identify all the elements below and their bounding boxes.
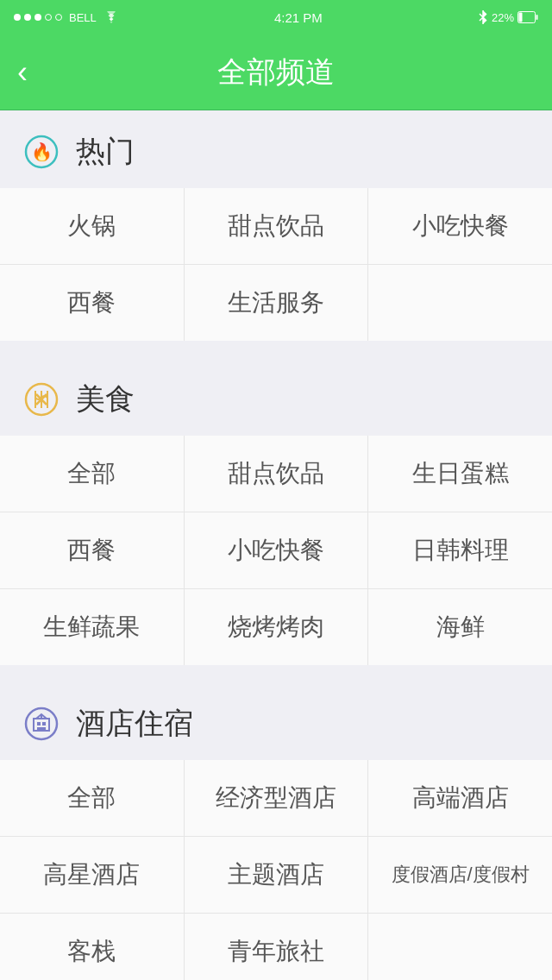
hot-row-2: 西餐 生活服务: [0, 265, 552, 341]
section-hot: 🔥 热门 火锅 甜点饮品 小吃快餐 西餐 生活服务: [0, 110, 552, 341]
section-hotel: 酒店住宿 全部 经济型酒店 高端酒店 高星酒店 主题酒店 度假酒店/度假村 客栈…: [0, 682, 552, 980]
food-row-2: 西餐 小吃快餐 日韩料理: [0, 512, 552, 589]
signal-dot-1: [14, 14, 21, 21]
hotel-row-2: 高星酒店 主题酒店 度假酒店/度假村: [0, 837, 552, 914]
svg-rect-1: [536, 15, 538, 20]
food-cell-cake[interactable]: 生日蛋糕: [368, 436, 552, 512]
sep-2: [0, 665, 552, 682]
status-time: 4:21 PM: [274, 10, 323, 25]
signal-dot-5: [55, 14, 62, 21]
food-cell-shengxian[interactable]: 生鲜蔬果: [0, 589, 185, 665]
hotel-cell-theme[interactable]: 主题酒店: [185, 837, 369, 913]
hotel-cell-all[interactable]: 全部: [0, 760, 185, 836]
food-cell-xican[interactable]: 西餐: [0, 512, 185, 588]
section-food: 美食 全部 甜点饮品 生日蛋糕 西餐 小吃快餐 日韩料理 生鲜蔬果 烧烤烤肉 海…: [0, 358, 552, 665]
food-cell-tiandian[interactable]: 甜点饮品: [185, 436, 369, 512]
battery-percent: 22%: [492, 11, 514, 24]
content-area: 🔥 热门 火锅 甜点饮品 小吃快餐 西餐 生活服务: [0, 110, 552, 980]
hotel-icon: [21, 703, 62, 744]
hot-row-1: 火锅 甜点饮品 小吃快餐: [0, 188, 552, 265]
food-cell-haixian[interactable]: 海鲜: [368, 589, 552, 665]
section-hot-header: 🔥 热门: [0, 131, 552, 188]
food-icon: [21, 379, 62, 420]
hotel-cell-economy[interactable]: 经济型酒店: [185, 760, 369, 836]
nav-title: 全部频道: [217, 53, 335, 92]
hotel-cell-kezhan[interactable]: 客栈: [0, 914, 185, 980]
wifi-icon: [104, 11, 119, 23]
hot-cell-xican[interactable]: 西餐: [0, 265, 185, 341]
food-cell-xiaochi[interactable]: 小吃快餐: [185, 512, 369, 588]
carrier-label: BELL: [69, 11, 97, 24]
hot-cell-tiandian[interactable]: 甜点饮品: [185, 188, 369, 264]
section-hotel-title: 酒店住宿: [76, 704, 193, 744]
signal-dot-2: [24, 14, 31, 21]
svg-rect-2: [519, 13, 523, 22]
svg-point-11: [26, 708, 57, 739]
hotel-row-3: 客栈 青年旅社: [0, 914, 552, 980]
hot-cell-huoguo[interactable]: 火锅: [0, 188, 185, 264]
hotel-cell-resort[interactable]: 度假酒店/度假村: [368, 837, 552, 913]
hot-cell-empty: [368, 265, 552, 341]
food-cell-rihan[interactable]: 日韩料理: [368, 512, 552, 588]
svg-rect-14: [42, 722, 46, 726]
signal-dot-3: [34, 14, 41, 21]
back-button[interactable]: ‹: [17, 54, 28, 91]
section-food-header: 美食: [0, 379, 552, 436]
signal-dot-4: [45, 14, 52, 21]
hotel-cell-star[interactable]: 高星酒店: [0, 837, 185, 913]
svg-rect-13: [37, 722, 41, 726]
hot-grid: 火锅 甜点饮品 小吃快餐 西餐 生活服务: [0, 188, 552, 341]
hotel-cell-luxury[interactable]: 高端酒店: [368, 760, 552, 836]
hotel-cell-youth[interactable]: 青年旅社: [185, 914, 369, 980]
bluetooth-icon: [478, 9, 488, 25]
food-row-1: 全部 甜点饮品 生日蛋糕: [0, 436, 552, 512]
food-cell-all[interactable]: 全部: [0, 436, 185, 512]
section-hot-title: 热门: [76, 132, 135, 172]
svg-text:🔥: 🔥: [31, 141, 53, 162]
food-row-3: 生鲜蔬果 烧烤烤肉 海鲜: [0, 589, 552, 665]
sep-1: [0, 341, 552, 358]
status-right: 22%: [478, 9, 538, 25]
food-grid: 全部 甜点饮品 生日蛋糕 西餐 小吃快餐 日韩料理 生鲜蔬果 烧烤烤肉 海鲜: [0, 436, 552, 665]
hot-cell-xiaochi[interactable]: 小吃快餐: [368, 188, 552, 264]
status-bar: BELL 4:21 PM 22%: [0, 0, 552, 35]
svg-rect-17: [37, 727, 46, 731]
hotel-cell-empty: [368, 914, 552, 980]
section-hotel-header: 酒店住宿: [0, 703, 552, 760]
hot-cell-shenghuo[interactable]: 生活服务: [185, 265, 369, 341]
hot-icon: 🔥: [21, 131, 62, 173]
food-cell-shaokao[interactable]: 烧烤烤肉: [185, 589, 369, 665]
status-carrier: BELL: [14, 11, 119, 24]
hotel-row-1: 全部 经济型酒店 高端酒店: [0, 760, 552, 837]
nav-bar: ‹ 全部频道: [0, 35, 552, 110]
section-food-title: 美食: [76, 380, 135, 419]
battery-icon: [518, 11, 538, 23]
hotel-grid: 全部 经济型酒店 高端酒店 高星酒店 主题酒店 度假酒店/度假村 客栈 青年旅社: [0, 760, 552, 980]
